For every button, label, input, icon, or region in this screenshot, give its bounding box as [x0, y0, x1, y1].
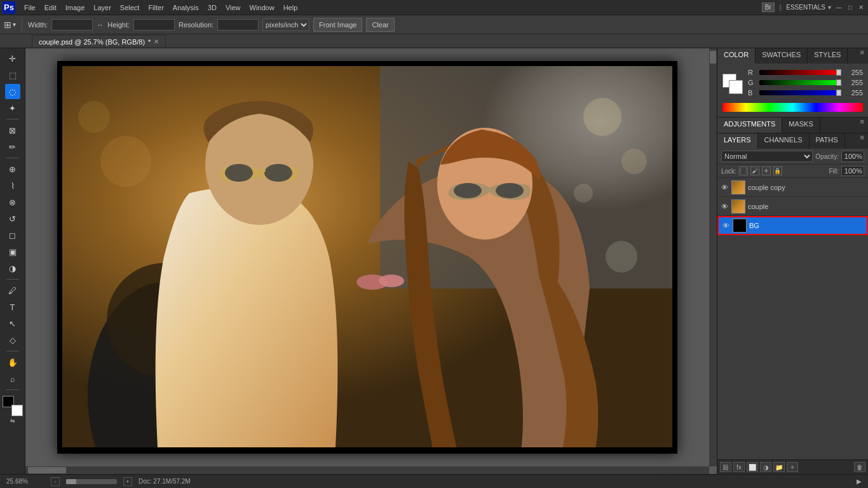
lasso-tool[interactable]: ◌ [5, 84, 20, 99]
width-label: Width: [28, 21, 48, 29]
options-bar: ⊞ ▾ Width: ↔ Height: Resolution: pixels/… [0, 15, 868, 34]
magic-wand-tool[interactable]: ✦ [5, 100, 20, 116]
svg-point-15 [621, 149, 647, 174]
history-tool[interactable]: ↺ [5, 211, 20, 226]
layer-fx-button[interactable]: fx [733, 462, 745, 472]
tab-close-button[interactable]: ✕ [154, 38, 159, 45]
tab-masks[interactable]: MASKS [782, 118, 820, 133]
front-image-button[interactable]: Front Image [313, 18, 362, 32]
height-input[interactable] [133, 19, 175, 30]
g-slider[interactable] [759, 80, 841, 85]
color-panel-collapse[interactable]: ≡ [857, 48, 868, 64]
layer-thumb-bg [733, 219, 747, 233]
pen-tool[interactable]: 🖊 [5, 283, 20, 298]
menu-window[interactable]: Window [246, 3, 278, 13]
color-preview-swatches [722, 74, 743, 94]
lock-image-icon[interactable]: 🖌 [750, 166, 759, 175]
height-label: Height: [107, 21, 130, 29]
hand-tool[interactable]: ✋ [5, 355, 20, 370]
layers-blend-options: Normal Opacity: [717, 149, 868, 165]
move-tool[interactable]: ✛ [5, 51, 20, 66]
layer-delete-button[interactable]: 🗑 [854, 462, 865, 472]
crop-tool[interactable]: ⊠ [5, 123, 20, 138]
tab-color[interactable]: COLOR [717, 48, 756, 64]
layers-panel-tabs: LAYERS CHANNELS PATHS ≡ [717, 133, 868, 149]
lock-transparent-icon[interactable]: ⋮⋮ [739, 166, 748, 175]
lock-label: Lock: [721, 168, 736, 175]
layer-eye-couple-copy[interactable]: 👁 [720, 183, 729, 192]
zoom-in-button[interactable]: + [123, 477, 132, 486]
document-tab[interactable]: couple.psd @ 25.7% (BG, RGB/8) * ✕ [32, 35, 166, 48]
opacity-input[interactable] [841, 151, 864, 162]
vertical-scrollbar[interactable] [709, 48, 717, 466]
menu-layer[interactable]: Layer [90, 3, 115, 13]
menu-select[interactable]: Select [116, 3, 144, 13]
horizontal-scrollbar[interactable] [25, 466, 709, 474]
layer-name-couple-copy: couple copy [748, 184, 865, 191]
scroll-right-arrow[interactable]: ▶ [857, 478, 862, 485]
zoom-tool[interactable]: ⌕ [5, 371, 20, 386]
zoom-out-button[interactable]: - [51, 477, 60, 486]
svg-point-18 [100, 136, 151, 187]
tab-swatches[interactable]: SWATCHES [756, 48, 808, 64]
menu-bar: Ps File Edit Image Layer Select Filter A… [0, 0, 868, 15]
layer-mask-button[interactable]: ⬜ [747, 462, 758, 472]
adjustments-panel-collapse[interactable]: ≡ [857, 118, 868, 133]
b-slider[interactable] [759, 90, 841, 95]
healing-tool[interactable]: ⊕ [5, 161, 20, 177]
layer-bg[interactable]: 👁 BG [717, 216, 868, 235]
type-tool[interactable]: T [5, 299, 20, 315]
menu-image[interactable]: Image [62, 3, 89, 13]
r-slider[interactable] [759, 70, 841, 75]
tab-layers[interactable]: LAYERS [717, 133, 758, 149]
menu-help[interactable]: Help [280, 3, 302, 13]
layer-adjustment-button[interactable]: ◑ [760, 462, 771, 472]
resolution-input[interactable] [217, 19, 259, 30]
color-spectrum[interactable] [722, 103, 863, 112]
essentials-area: Br | ESSENTIALS ▾ — □ ✕ [762, 3, 865, 12]
clone-tool[interactable]: ⊗ [5, 194, 20, 210]
tab-styles[interactable]: STYLES [808, 48, 848, 64]
menu-3d[interactable]: 3D [204, 3, 220, 13]
menu-file[interactable]: File [20, 3, 39, 13]
color-panel-body: R 255 G 255 B 255 [717, 64, 868, 117]
tab-adjustments[interactable]: ADJUSTMENTS [717, 118, 782, 133]
brush-tool[interactable]: ⌇ [5, 178, 20, 193]
resolution-unit-select[interactable]: pixels/inch [262, 18, 309, 31]
layer-new-button[interactable]: + [787, 462, 798, 472]
tab-modified: * [148, 38, 151, 46]
eyedropper-tool[interactable]: ✏ [5, 139, 20, 154]
path-select-tool[interactable]: ↖ [5, 316, 20, 331]
tab-channels[interactable]: CHANNELS [758, 133, 810, 149]
tab-paths[interactable]: PATHS [810, 133, 845, 149]
menu-analysis[interactable]: Analysis [169, 3, 203, 13]
layer-name-couple: couple [748, 203, 865, 210]
clear-button[interactable]: Clear [366, 18, 394, 32]
blend-mode-select[interactable]: Normal [721, 151, 813, 162]
layer-group-button[interactable]: 📁 [773, 462, 785, 472]
marquee-tool[interactable]: ⬚ [5, 67, 20, 83]
layer-couple[interactable]: 👁 couple [717, 197, 868, 216]
lock-all-icon[interactable]: 🔒 [773, 166, 782, 175]
svg-point-5 [225, 164, 253, 182]
layer-eye-bg[interactable]: 👁 [721, 221, 730, 230]
menu-edit[interactable]: Edit [41, 3, 60, 13]
switch-colors-icon[interactable]: ⇆ [10, 417, 15, 424]
background-color[interactable] [11, 405, 23, 416]
eraser-tool[interactable]: ◻ [5, 227, 20, 243]
menu-filter[interactable]: Filter [144, 3, 167, 13]
gradient-tool[interactable]: ▣ [5, 244, 20, 259]
zoom-slider[interactable] [66, 479, 117, 484]
dodge-tool[interactable]: ◑ [5, 261, 20, 276]
layer-eye-couple[interactable]: 👁 [720, 202, 729, 211]
layers-bottom-toolbar: ⛓ fx ⬜ ◑ 📁 + 🗑 [717, 459, 868, 474]
menu-view[interactable]: View [222, 3, 245, 13]
width-input[interactable] [51, 19, 93, 30]
shape-tool[interactable]: ◇ [5, 332, 20, 348]
lock-position-icon[interactable]: ✛ [762, 166, 771, 175]
bg-color-preview[interactable] [729, 80, 743, 94]
layers-panel-collapse[interactable]: ≡ [857, 133, 868, 149]
fill-input[interactable] [841, 166, 864, 176]
layer-couple-copy[interactable]: 👁 couple copy [717, 178, 868, 197]
layer-link-button[interactable]: ⛓ [720, 462, 731, 472]
